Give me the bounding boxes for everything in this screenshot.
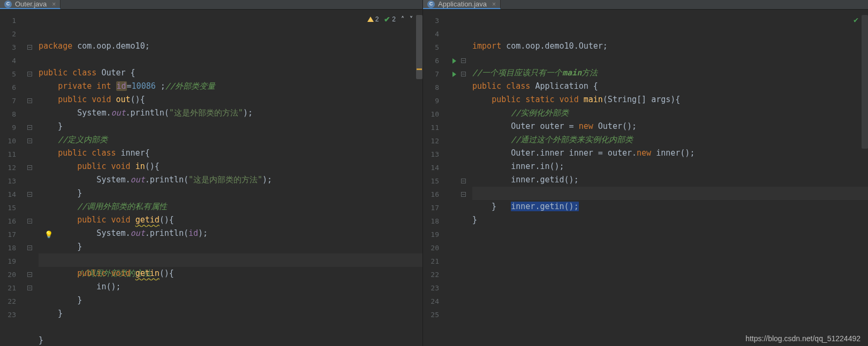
code-line[interactable] (472, 253, 868, 267)
fold-slot[interactable] (26, 241, 33, 255)
code-line[interactable]: } (39, 240, 422, 253)
code-line[interactable] (472, 280, 868, 294)
right-scrollbar[interactable] (862, 13, 868, 346)
code-line[interactable]: package com.oop.demo10; (39, 40, 422, 53)
code-line[interactable]: System.out.println(id); (39, 227, 422, 240)
code-line[interactable]: Outer outer = new Outer(); (472, 120, 868, 133)
check-icon: ✔ (384, 15, 390, 24)
warning-indicator[interactable]: 2 (367, 16, 379, 23)
run-slot[interactable] (449, 54, 459, 67)
fold-slot[interactable] (459, 188, 467, 201)
left-scrollbar[interactable] (416, 13, 422, 346)
fold-slot[interactable] (26, 134, 33, 148)
code-line[interactable]: System.out.println("这是外部类的方法"); (39, 106, 422, 120)
chevron-up-icon[interactable]: ˄ (401, 16, 404, 23)
token: } (472, 202, 496, 211)
code-line[interactable]: } (39, 294, 422, 307)
fold-slot[interactable] (26, 268, 33, 281)
left-editor[interactable]: 1234567891011121314151617181920212223 2 … (0, 10, 422, 346)
code-line[interactable]: //通过这个外部类来实例化内部类 (472, 133, 868, 147)
code-line[interactable]: public void getin(){ (39, 267, 422, 280)
tab-application-java[interactable]: C Application.java × (423, 0, 501, 9)
code-line[interactable]: } (39, 187, 422, 200)
left-code-area[interactable]: 2 ✔ 2 ˄ ˅ package com.oop.demo10;public … (33, 10, 422, 346)
code-line[interactable]: in(); (39, 280, 422, 294)
fold-slot[interactable] (26, 67, 33, 81)
token: } (39, 295, 82, 305)
code-line[interactable] (472, 53, 868, 66)
inspection-ok-icon[interactable]: ✔ (854, 15, 858, 25)
tab-outer-java[interactable]: C Outer.java × (0, 0, 61, 9)
fold-slot (459, 27, 467, 41)
fold-slot (459, 121, 467, 134)
fold-slot[interactable] (26, 161, 33, 174)
run-slot[interactable] (449, 67, 459, 81)
fold-slot[interactable] (26, 214, 33, 228)
line-number: 15 (423, 174, 439, 188)
code-line[interactable]: public class Application { (472, 80, 868, 93)
close-icon[interactable]: × (50, 1, 56, 8)
code-line[interactable]: } (472, 213, 868, 227)
token: public class (472, 81, 535, 91)
run-slot (449, 281, 459, 295)
code-line[interactable] (472, 227, 868, 240)
right-editor[interactable]: 345678910111213141516171819202122232425 … (423, 10, 868, 346)
code-line[interactable]: public class Outer { (39, 66, 422, 80)
fold-slot[interactable] (26, 121, 33, 134)
right-code-area[interactable]: ✔ import com.oop.demo10.Outer;//一个项目应该只有… (467, 10, 868, 346)
code-line[interactable]: } (39, 334, 422, 346)
fold-slot[interactable] (26, 188, 33, 201)
code-line[interactable]: //调用外部类的私有属性 (39, 200, 422, 213)
code-line[interactable]: public void out(){ (39, 93, 422, 106)
code-line[interactable]: System.out.println("这是内部类的方法"); (39, 173, 422, 187)
code-line[interactable]: } (39, 307, 422, 320)
line-number: 21 (423, 255, 439, 268)
code-line[interactable]: public void getid(){ (39, 213, 422, 227)
inspection-widget[interactable]: 2 ✔ 2 ˄ ˅ (367, 15, 413, 24)
run-slot (449, 188, 459, 201)
chevron-down-icon[interactable]: ˅ (410, 16, 413, 23)
code-line[interactable] (472, 240, 868, 253)
code-line[interactable] (472, 294, 868, 307)
code-line[interactable]: //定义内部类 (39, 133, 422, 147)
token (39, 81, 58, 91)
ok-indicator[interactable]: ✔ 2 (384, 15, 396, 24)
fold-slot[interactable] (26, 281, 33, 295)
code-line[interactable]: public class inner{ (39, 147, 422, 160)
fold-slot[interactable] (459, 174, 467, 188)
code-line[interactable] (472, 307, 868, 320)
fold-slot[interactable] (26, 94, 33, 107)
code-line[interactable]: inner.getid(); (472, 173, 868, 187)
fold-slot[interactable] (459, 67, 467, 81)
left-tabbar: C Outer.java × (0, 0, 422, 10)
scrollbar-marker (417, 68, 422, 70)
fold-slot[interactable] (459, 54, 467, 67)
fold-slot[interactable] (26, 41, 33, 54)
token: inner{ (121, 148, 150, 158)
token: ); (262, 175, 272, 184)
code-line[interactable]: public void in(){ (39, 160, 422, 173)
scrollbar-thumb[interactable] (862, 15, 868, 149)
line-number: 13 (423, 148, 439, 161)
run-slot (449, 121, 459, 134)
code-line[interactable] (472, 267, 868, 280)
code-line[interactable]: inner.in(); (472, 160, 868, 173)
run-slot (449, 214, 459, 228)
code-line[interactable]: //一个项目应该只有一个main方法 (472, 66, 868, 80)
code-line[interactable]: inner.getin(); (472, 187, 868, 200)
code-line[interactable]: import com.oop.demo10.Outer; (472, 40, 868, 53)
code-line[interactable]: //实例化外部类 (472, 106, 868, 120)
code-line[interactable] (39, 320, 422, 334)
code-line[interactable] (472, 320, 868, 334)
code-line[interactable]: //调用外部类的方法 (39, 253, 422, 267)
right-gutter: 345678910111213141516171819202122232425 (423, 10, 449, 346)
code-line[interactable]: } (39, 120, 422, 133)
code-line[interactable]: Outer.inner inner = outer.new inner(); (472, 147, 868, 160)
code-line[interactable]: private int id=10086 ;//外部类变量 (39, 80, 422, 93)
code-line[interactable]: public static void main(String[] args){ (472, 93, 868, 106)
fold-minus-icon (27, 245, 32, 250)
code-line[interactable] (39, 53, 422, 66)
token: inner.in(); (472, 162, 564, 171)
java-class-icon: C (427, 1, 435, 8)
close-icon[interactable]: × (490, 1, 496, 8)
